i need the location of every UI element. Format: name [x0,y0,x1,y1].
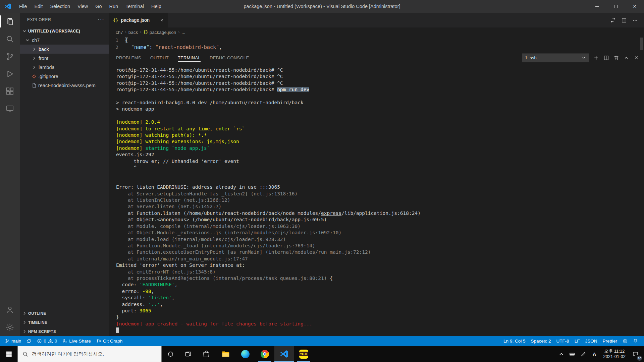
activity-source-control-icon[interactable] [0,48,20,65]
more-actions-icon[interactable]: ··· [98,16,104,23]
battery-indicator[interactable] [567,346,578,362]
section-timeline[interactable]: TIMELINE [20,318,109,327]
open-changes-icon[interactable] [610,17,616,23]
branch-icon [5,339,10,344]
panel-tab-output[interactable]: OUTPUT [150,51,169,64]
taskbar-app-store[interactable] [197,346,216,362]
status-formatter[interactable]: Prettier [600,336,620,346]
status-text: Spaces: 2 [531,339,551,344]
panel-tab-debug-console[interactable]: DEBUG CONSOLE [210,51,249,64]
taskbar-app-chrome[interactable] [255,346,274,362]
breadcrumb-item-back[interactable]: back [128,30,138,35]
tree-item-react-nodebird-awsss-pem[interactable]: react-nodebird-awsss.pem [20,81,109,90]
tree-item-ch7[interactable]: ch7 [20,36,109,45]
terminal-line [116,327,644,334]
close-window-button[interactable]: ✕ [625,0,644,13]
terminal-output[interactable]: root@ip-172-31-44-55:/home/ubuntu/react-… [109,64,644,336]
taskbar-clock[interactable]: 오후 11:12 2021-01-02 [600,349,629,359]
section-outline[interactable]: OUTLINE [20,309,109,318]
notification-center-button[interactable]: 10 [629,346,644,362]
breadcrumb-item-package-json[interactable]: package.json [150,30,176,35]
terminal-line: at Server.setupListenHandle [as _listen2… [116,191,644,197]
status-language-mode[interactable]: JSON [582,336,600,346]
taskbar-search-input[interactable] [32,351,157,357]
terminal-line: at Function.listen (/home/ubuntu/react-n… [116,210,644,217]
workspace-header[interactable]: UNTITLED (WORKSPACE) [20,27,109,36]
activity-manage-icon[interactable] [0,318,20,336]
status-indentation[interactable]: Spaces: 2 [528,336,553,346]
close-panel-icon[interactable] [634,55,639,61]
minimize-button[interactable] [588,0,606,13]
status-notifications[interactable] [630,336,641,346]
menu-terminal[interactable]: Terminal [122,0,148,13]
sidebar-header: EXPLORER ··· [20,13,109,27]
tray-expand-icon[interactable] [556,346,567,362]
window-controls: ✕ [588,0,644,13]
json-file-icon: {} [113,18,118,23]
chevron-right-icon [31,46,37,52]
tab-package-json[interactable]: {} package.json [109,13,168,27]
activity-search-icon[interactable] [0,30,20,48]
menu-go[interactable]: Go [92,0,105,13]
breadcrumb-item-[interactable]: ... [181,30,185,35]
activity-remote-explorer-icon[interactable] [0,100,20,117]
section-npm-scripts[interactable]: NPM SCRIPTS [20,327,109,336]
split-terminal-icon[interactable] [603,55,609,61]
tree-item-back[interactable]: back [20,45,109,54]
menu-edit[interactable]: Edit [31,0,46,13]
taskbar-app-file-explorer[interactable] [216,346,235,362]
menu-selection[interactable]: Selection [46,0,74,13]
editor-actions [610,13,644,27]
kill-terminal-icon[interactable] [613,55,619,61]
status-live-share[interactable]: Live Share [60,336,94,346]
task-view-button[interactable] [179,346,197,362]
tree-item-front[interactable]: front [20,54,109,63]
taskbar-app-kakaotalk[interactable]: TALK [294,346,313,362]
status-eol[interactable]: LF [572,336,583,346]
menu-run[interactable]: Run [106,0,122,13]
activity-extensions-icon[interactable] [0,82,20,100]
activity-run-and-debug-icon[interactable] [0,65,20,82]
chevron-right-icon [21,328,28,335]
editor-code-area[interactable]: 1{2 "name": "react-nodebird-back", [109,37,644,51]
tree-item-gitignore[interactable]: .gitignore [20,72,109,81]
new-terminal-icon[interactable] [593,55,599,61]
start-button[interactable] [0,346,17,362]
more-actions-icon[interactable] [632,17,638,23]
taskbar-app-vscode[interactable] [274,346,294,362]
status-encoding[interactable]: UTF-8 [553,336,572,346]
taskbar-search[interactable] [17,346,162,362]
menu-file[interactable]: File [15,0,31,13]
panel-toolbar: 1: ssh [522,53,639,62]
maximize-button[interactable] [606,0,625,13]
ime-indicator[interactable]: A [589,346,600,362]
maximize-panel-icon[interactable] [624,55,629,61]
tab-label: package.json [121,17,150,23]
status-cursor-position[interactable]: Ln 9, Col 5 [501,336,528,346]
pen-settings[interactable] [578,346,589,362]
status-sync[interactable] [24,336,34,346]
chevron-up-icon [558,351,565,357]
status-text: JSON [585,339,597,344]
cortana-button[interactable] [162,346,179,362]
status-feedback[interactable] [620,336,630,346]
tree-item-lambda[interactable]: lambda [20,63,109,72]
activity-accounts-icon[interactable] [0,301,20,318]
close-tab-icon[interactable] [160,18,164,22]
line-number: 2 [109,44,125,51]
status-git-branch[interactable]: main [2,336,24,346]
activity-explorer-icon[interactable] [0,13,20,30]
terminal-select[interactable]: 1: ssh [522,53,589,62]
editor-scrollbar[interactable] [640,38,643,50]
taskbar-app-edge[interactable] [235,346,255,362]
panel-tab-problems[interactable]: PROBLEMS [116,51,141,64]
menu-view[interactable]: View [74,0,92,13]
panel-tab-terminal[interactable]: TERMINAL [178,51,201,64]
status-bar: main00Live ShareGit Graph Ln 9, Col 5Spa… [0,336,644,346]
status-problems[interactable]: 00 [34,336,60,346]
breadcrumb-item-ch7[interactable]: ch7 [116,30,123,35]
status-git-graph[interactable]: Git Graph [94,336,125,346]
status-text: UTF-8 [556,339,569,344]
menu-help[interactable]: Help [148,0,165,13]
split-editor-icon[interactable] [621,17,627,23]
